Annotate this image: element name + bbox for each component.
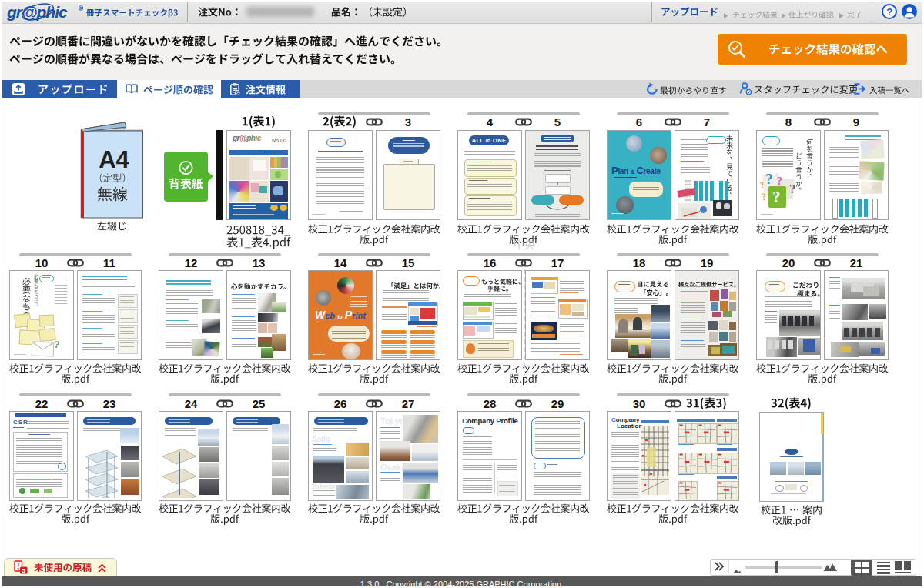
svg-text:R: R — [79, 6, 82, 11]
svg-text:5: 5 — [22, 567, 25, 574]
svg-text:?: ? — [886, 6, 892, 18]
svg-text:gr@phic: gr@phic — [7, 3, 68, 21]
